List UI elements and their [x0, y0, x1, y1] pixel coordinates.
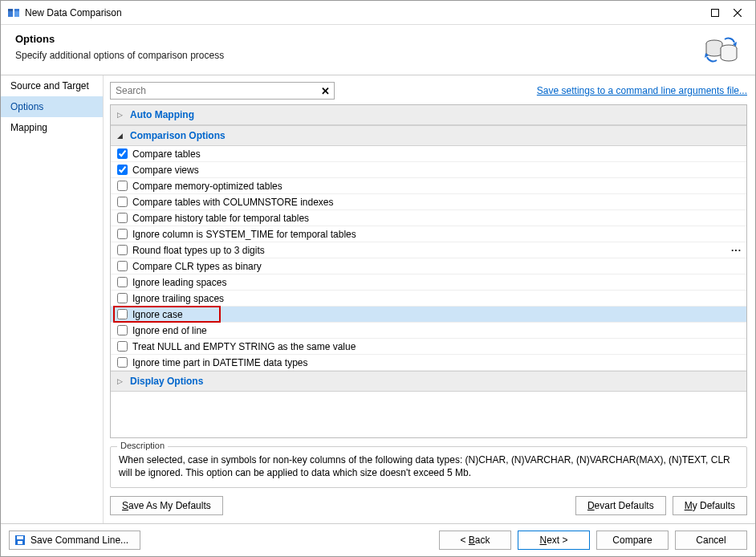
checkbox[interactable]	[117, 277, 128, 287]
option-label: Compare memory-optimized tables	[132, 181, 282, 192]
devart-defaults-button[interactable]: Devart Defaults	[575, 496, 666, 515]
footer: Save Command Line... < Back Next > Compa…	[1, 523, 755, 556]
option-round-float[interactable]: Round float types up to 3 digits ···	[111, 242, 746, 258]
checkbox[interactable]	[117, 293, 128, 303]
sidebar-item-options[interactable]: Options	[1, 96, 103, 117]
content-toolbar: ✕ Save settings to a command line argume…	[110, 82, 747, 100]
description-text: When selected, case in symbols for non-k…	[119, 453, 738, 479]
checkbox[interactable]	[117, 357, 128, 368]
section-comparison-options[interactable]: ◢ Comparison Options	[111, 125, 746, 146]
section-display-options[interactable]: ▷ Display Options	[111, 371, 746, 392]
option-label: Compare tables	[132, 148, 201, 160]
search-wrap: ✕	[110, 82, 335, 100]
checkbox[interactable]	[117, 325, 128, 335]
checkbox[interactable]	[117, 148, 128, 159]
option-compare-views[interactable]: Compare views	[111, 162, 746, 178]
app-icon	[7, 6, 20, 19]
content: ✕ Save settings to a command line argume…	[104, 75, 755, 523]
option-compare-columnstore[interactable]: Compare tables with COLUMNSTORE indexes	[111, 194, 746, 210]
header: Options Specify additional options of co…	[1, 25, 755, 75]
checkbox[interactable]	[117, 245, 128, 255]
option-label: Ignore trailing spaces	[132, 293, 224, 304]
option-ignore-eol[interactable]: Ignore end of line	[111, 323, 746, 339]
svg-rect-13	[18, 541, 22, 544]
compare-button[interactable]: Compare	[596, 531, 669, 550]
option-ignore-trailing-spaces[interactable]: Ignore trailing spaces	[111, 291, 746, 307]
section-comparison-label: Comparison Options	[130, 130, 226, 141]
description-legend: Description	[117, 441, 168, 450]
close-button[interactable]	[726, 4, 749, 22]
option-label: Compare views	[132, 165, 199, 176]
header-icon	[702, 33, 741, 65]
save-settings-link[interactable]: Save settings to a command line argument…	[537, 85, 747, 96]
option-label: Treat NULL and EMPTY STRING as the same …	[132, 341, 356, 352]
header-subtitle: Specify additional options of comparison…	[15, 50, 702, 61]
save-cmd-label: Save Command Line...	[30, 535, 128, 546]
cancel-button[interactable]: Cancel	[675, 531, 747, 550]
checkbox[interactable]	[117, 197, 128, 207]
section-auto-mapping[interactable]: ▷ Auto Mapping	[111, 105, 746, 125]
option-null-empty-same[interactable]: Treat NULL and EMPTY STRING as the same …	[111, 339, 746, 355]
my-defaults-button[interactable]: My Defaults	[673, 496, 747, 515]
option-compare-clr-binary[interactable]: Compare CLR types as binary	[111, 258, 746, 274]
checkbox[interactable]	[117, 229, 128, 239]
highlight-box	[114, 307, 220, 322]
option-compare-history-temporal[interactable]: Compare history table for temporal table…	[111, 210, 746, 226]
sidebar-item-source-target[interactable]: Source and Target	[1, 75, 103, 96]
defaults-row: Save As My Defaults Devart Defaults My D…	[110, 488, 747, 523]
save-as-my-defaults-button[interactable]: Save As My Defaults	[110, 496, 223, 515]
options-list: ▷ Auto Mapping ◢ Comparison Options Comp…	[110, 104, 747, 438]
window-title: New Data Comparison	[25, 7, 704, 18]
option-label: Round float types up to 3 digits	[132, 245, 265, 256]
option-label: Ignore time part in DATETIME data types	[132, 357, 308, 368]
search-input[interactable]	[110, 82, 335, 100]
main: Source and Target Options Mapping ✕ Save…	[1, 75, 755, 523]
next-button[interactable]: Next >	[518, 531, 590, 550]
option-label: Ignore column is SYSTEM_TIME for tempora…	[132, 229, 356, 240]
chevron-right-icon: ▷	[117, 377, 125, 385]
svg-rect-12	[17, 536, 23, 539]
section-auto-mapping-label: Auto Mapping	[130, 109, 194, 120]
search-clear-icon[interactable]: ✕	[319, 84, 331, 97]
maximize-button[interactable]	[704, 4, 726, 22]
option-ignore-leading-spaces[interactable]: Ignore leading spaces	[111, 274, 746, 291]
svg-rect-3	[14, 9, 19, 11]
option-label: Ignore end of line	[132, 325, 207, 336]
save-command-line-button[interactable]: Save Command Line...	[9, 531, 140, 550]
svg-rect-4	[712, 9, 719, 16]
option-label: Compare CLR types as binary	[132, 261, 262, 272]
option-ignore-system-time[interactable]: Ignore column is SYSTEM_TIME for tempora…	[111, 226, 746, 242]
sidebar: Source and Target Options Mapping	[1, 75, 104, 523]
checkbox[interactable]	[117, 341, 128, 352]
back-button[interactable]: < Back	[439, 531, 511, 550]
option-compare-memory-optimized[interactable]: Compare memory-optimized tables	[111, 178, 746, 194]
section-display-label: Display Options	[130, 376, 203, 387]
description-box: Description When selected, case in symbo…	[110, 446, 747, 488]
svg-rect-2	[8, 9, 13, 11]
sidebar-item-mapping[interactable]: Mapping	[1, 117, 103, 138]
option-label: Ignore leading spaces	[132, 277, 226, 288]
checkbox[interactable]	[117, 181, 128, 191]
chevron-right-icon: ▷	[117, 111, 125, 119]
chevron-down-icon: ◢	[117, 132, 125, 140]
option-compare-tables[interactable]: Compare tables	[111, 146, 746, 162]
save-icon	[14, 535, 26, 546]
option-ignore-case[interactable]: Ignore case	[111, 307, 746, 323]
titlebar: New Data Comparison	[1, 1, 755, 25]
option-ignore-time-datetime[interactable]: Ignore time part in DATETIME data types	[111, 355, 746, 371]
checkbox[interactable]	[117, 165, 128, 175]
ellipsis-icon[interactable]: ···	[731, 245, 742, 256]
option-label: Compare tables with COLUMNSTORE indexes	[132, 197, 334, 208]
header-title: Options	[15, 33, 702, 45]
option-label: Compare history table for temporal table…	[132, 213, 309, 224]
checkbox[interactable]	[117, 261, 128, 271]
checkbox[interactable]	[117, 213, 128, 223]
